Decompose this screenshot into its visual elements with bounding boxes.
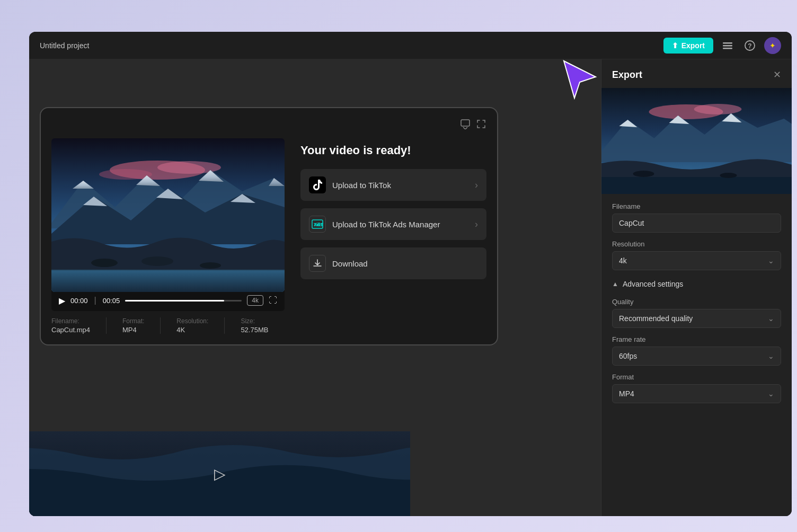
video-thumbnail: ▶ 00:00 | 00:05 4k bbox=[51, 138, 285, 334]
download-label: Download bbox=[332, 259, 368, 268]
header-actions: ⬆ Export ? ✦ bbox=[663, 37, 781, 54]
upload-tiktok-ads-label: Upload to TikTok Ads Manager bbox=[332, 220, 440, 229]
advanced-settings-toggle[interactable]: ▲ Advanced settings bbox=[612, 278, 781, 290]
format-field-group: Format MP4 ⌄ bbox=[612, 373, 781, 403]
total-time: 00:05 bbox=[103, 297, 120, 305]
meta-resolution: Resolution: 4K bbox=[176, 317, 208, 334]
framerate-chevron-icon: ⌄ bbox=[768, 352, 774, 360]
resolution-value: 4K bbox=[176, 326, 208, 334]
resolution-field-label: Resolution bbox=[612, 240, 781, 248]
upload-tiktok-button[interactable]: Upload to TikTok › bbox=[300, 169, 486, 201]
export-label: Export bbox=[681, 41, 705, 50]
svg-point-22 bbox=[141, 256, 173, 266]
meta-size: Size: 52.75MB bbox=[241, 317, 268, 334]
fullscreen-button[interactable]: ⛶ bbox=[269, 296, 277, 305]
quality-select[interactable]: Recommended quality ⌄ bbox=[612, 309, 781, 328]
video-meta: Filename: CapCut.mp4 Format: MP4 Resolut… bbox=[51, 317, 285, 334]
header: Untitled project ⬆ Export ? ✦ bbox=[29, 32, 792, 59]
sidebar-content: Filename CapCut Resolution 4k ⌄ ▲ Advanc… bbox=[601, 194, 792, 412]
upload-tiktok-left: Upload to TikTok bbox=[309, 176, 391, 193]
svg-point-36 bbox=[720, 173, 737, 178]
framerate-select[interactable]: 60fps ⌄ bbox=[612, 347, 781, 366]
download-icon bbox=[309, 255, 326, 272]
card-body: ▶ 00:00 | 00:05 4k bbox=[51, 138, 486, 334]
bottom-play-button[interactable]: ▷ bbox=[214, 465, 226, 483]
advanced-settings-label: Advanced settings bbox=[623, 280, 683, 288]
resolution-select[interactable]: 4k ⌄ bbox=[612, 251, 781, 270]
format-label: Format: bbox=[122, 317, 144, 325]
help-button[interactable]: ? bbox=[742, 38, 758, 54]
filename-value: CapCut.mp4 bbox=[51, 326, 90, 334]
format-select[interactable]: MP4 ⌄ bbox=[612, 384, 781, 403]
upload-tiktok-ads-button[interactable]: TikTok Ads Upload to TikTok Ads Manager … bbox=[300, 208, 486, 240]
quality-chevron-icon: ⌄ bbox=[768, 314, 774, 323]
upload-tiktok-ads-left: TikTok Ads Upload to TikTok Ads Manager bbox=[309, 216, 440, 233]
close-button[interactable]: ✕ bbox=[773, 69, 781, 81]
svg-text:Ads: Ads bbox=[314, 222, 323, 227]
progress-fill bbox=[125, 300, 224, 302]
framerate-select-value: 60fps bbox=[619, 352, 637, 360]
export-button[interactable]: ⬆ Export bbox=[663, 38, 713, 54]
play-button[interactable]: ▶ bbox=[59, 296, 65, 306]
sidebar-preview-image bbox=[601, 88, 792, 194]
advanced-chevron-icon: ▲ bbox=[612, 280, 618, 288]
project-title: Untitled project bbox=[40, 41, 89, 50]
download-left: Download bbox=[309, 255, 368, 272]
format-field-label: Format bbox=[612, 373, 781, 381]
quality-badge[interactable]: 4k bbox=[247, 295, 263, 306]
quality-field-label: Quality bbox=[612, 298, 781, 306]
framerate-field-group: Frame rate 60fps ⌄ bbox=[612, 335, 781, 366]
svg-point-21 bbox=[200, 262, 221, 269]
video-preview-card: ▶ 00:00 | 00:05 4k bbox=[40, 107, 498, 345]
bg-scenery bbox=[29, 59, 410, 110]
video-image bbox=[51, 138, 285, 292]
meta-filename: Filename: CapCut.mp4 bbox=[51, 317, 90, 334]
filename-label: Filename: bbox=[51, 317, 90, 325]
app-window: Untitled project ⬆ Export ? ✦ bbox=[29, 32, 792, 516]
filename-input[interactable]: CapCut bbox=[612, 214, 781, 233]
framerate-field-label: Frame rate bbox=[612, 335, 781, 343]
filename-field-group: Filename CapCut bbox=[612, 202, 781, 233]
tiktok-ads-icon: TikTok Ads bbox=[309, 216, 326, 233]
content-area: ▶ 00:00 | 00:05 4k bbox=[29, 59, 792, 516]
filename-field-label: Filename bbox=[612, 202, 781, 210]
video-ready-title: Your video is ready! bbox=[300, 144, 486, 157]
comment-icon-button[interactable] bbox=[460, 119, 471, 132]
svg-rect-1 bbox=[723, 45, 732, 47]
resolution-label: Resolution: bbox=[176, 317, 208, 325]
current-time: 00:00 bbox=[70, 297, 88, 305]
svg-rect-19 bbox=[51, 270, 285, 292]
upload-tiktok-label: Upload to TikTok bbox=[332, 181, 391, 190]
format-chevron-icon: ⌄ bbox=[768, 389, 774, 398]
editor-main: ▶ 00:00 | 00:05 4k bbox=[29, 59, 601, 516]
tiktok-ads-chevron-icon: › bbox=[475, 219, 478, 230]
svg-point-29 bbox=[694, 104, 742, 114]
quality-select-value: Recommended quality bbox=[619, 314, 693, 323]
quality-field-group: Quality Recommended quality ⌄ bbox=[612, 298, 781, 328]
download-button[interactable]: Download bbox=[300, 247, 486, 279]
sidebar-title: Export bbox=[612, 69, 642, 81]
resolution-select-value: 4k bbox=[619, 256, 627, 265]
svg-point-35 bbox=[633, 171, 654, 177]
tiktok-chevron-icon: › bbox=[475, 180, 478, 191]
export-sidebar: Export ✕ bbox=[601, 59, 792, 516]
export-icon: ⬆ bbox=[672, 41, 678, 50]
progress-bar[interactable] bbox=[125, 300, 242, 302]
meta-divider-3 bbox=[224, 317, 225, 334]
size-label: Size: bbox=[241, 317, 268, 325]
time-separator: | bbox=[94, 296, 96, 305]
svg-rect-2 bbox=[723, 48, 732, 49]
meta-divider-1 bbox=[106, 317, 107, 334]
fullscreen-icon-button[interactable] bbox=[476, 119, 486, 132]
svg-rect-0 bbox=[723, 42, 732, 44]
format-value: MP4 bbox=[122, 326, 144, 334]
bottom-strip: ▷ bbox=[29, 431, 410, 516]
format-select-value: MP4 bbox=[619, 389, 634, 398]
tiktok-icon bbox=[309, 176, 326, 193]
resolution-field-group: Resolution 4k ⌄ bbox=[612, 240, 781, 270]
avatar-icon: ✦ bbox=[769, 41, 776, 50]
layers-button[interactable] bbox=[720, 38, 736, 54]
svg-point-20 bbox=[91, 259, 118, 267]
svg-rect-5 bbox=[461, 120, 470, 126]
avatar[interactable]: ✦ bbox=[764, 37, 781, 54]
